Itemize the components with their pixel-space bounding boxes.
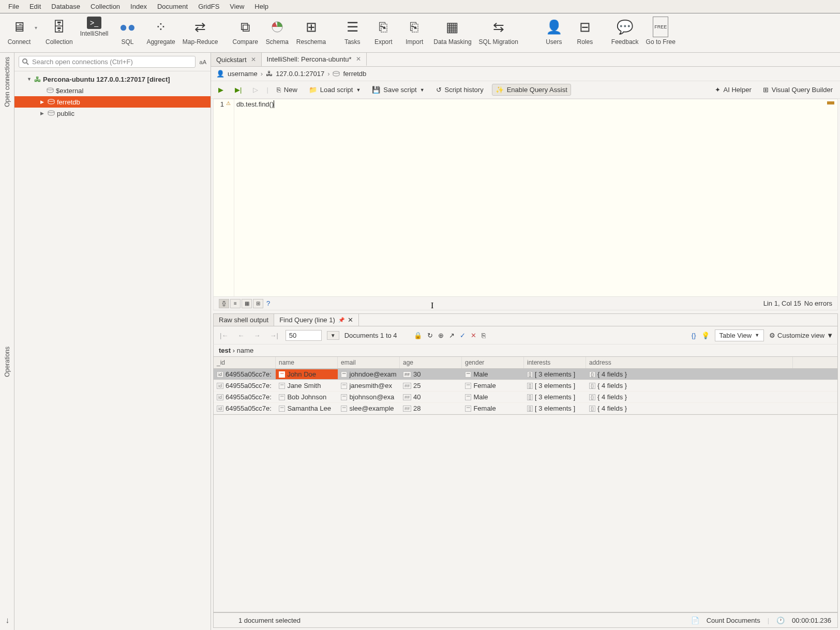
view-table-button[interactable]: ⊞ (253, 299, 263, 308)
enable-query-assist-button[interactable]: ✨Enable Query Assist (492, 84, 571, 96)
crumb-host[interactable]: 127.0.0.1:27017 (276, 70, 324, 78)
cell-email[interactable]: ""janesmith@ex (338, 381, 400, 391)
lock-icon[interactable]: 🔒 (414, 332, 422, 339)
close-icon[interactable]: ✕ (251, 56, 256, 63)
cell-gender[interactable]: ""Female (462, 403, 524, 413)
tool-mapreduce[interactable]: ⇄Map-Reduce (179, 16, 221, 47)
cell-age[interactable]: ##30 (400, 369, 462, 379)
cell-address[interactable]: {}{ 4 fields } (586, 392, 793, 402)
menu-document[interactable]: Document (152, 1, 193, 12)
customize-view-button[interactable]: ⚙ Customize view ▼ (769, 332, 833, 339)
help-icon[interactable]: ? (266, 299, 270, 307)
col-interests[interactable]: interests (524, 357, 586, 368)
menu-edit[interactable]: Edit (24, 1, 46, 12)
count-documents-button[interactable]: Count Documents (707, 617, 760, 624)
visual-query-builder-button[interactable]: ⊞Visual Query Builder (760, 84, 836, 95)
menu-index[interactable]: Index (125, 1, 152, 12)
crumb-db[interactable]: ferretdb (343, 70, 366, 78)
stop-button[interactable]: ▷ (250, 84, 261, 95)
tree-db-ferretdb[interactable]: ▶ ferretdb (14, 96, 211, 108)
cell-age[interactable]: ##25 (400, 381, 462, 391)
table-row[interactable]: id64955a05cc7e: ""John Doe ""johndoe@exa… (214, 369, 837, 380)
cell-interests[interactable]: [][ 3 elements ] (524, 369, 586, 379)
close-icon[interactable]: ✕ (356, 55, 361, 63)
page-next-button[interactable]: → (251, 332, 262, 339)
cell-age[interactable]: ##28 (400, 403, 462, 413)
cell-name[interactable]: ""Samantha Lee (276, 403, 338, 413)
tool-connect[interactable]: 🖥Connect (4, 16, 34, 47)
new-button[interactable]: ⎘New (274, 84, 301, 95)
close-icon[interactable]: ✕ (348, 316, 353, 324)
rail-open-connections[interactable]: Open connections (4, 57, 11, 107)
col-email[interactable]: email (338, 357, 400, 368)
tool-reschema[interactable]: ⊞Reschema (293, 16, 329, 47)
cell-id[interactable]: id64955a05cc7e: (214, 403, 276, 413)
delete-icon[interactable]: ✕ (471, 332, 476, 339)
pin-icon[interactable]: 📌 (338, 317, 344, 323)
view-json-button[interactable]: {} (219, 299, 229, 308)
page-size-input[interactable] (286, 330, 322, 341)
cell-email[interactable]: ""johndoe@exam (338, 369, 400, 379)
cell-email[interactable]: ""slee@example (338, 403, 400, 413)
view-grid-button[interactable]: ▦ (242, 299, 252, 308)
tool-roles[interactable]: ⊟Roles (570, 16, 600, 47)
tool-sqlmigration[interactable]: ⇆SQL Migration (476, 16, 521, 47)
tool-compare[interactable]: ⧉Compare (230, 16, 261, 47)
cell-age[interactable]: ##40 (400, 392, 462, 402)
menu-view[interactable]: View (224, 1, 249, 12)
check-icon[interactable]: ✓ (460, 332, 466, 339)
tree-db-public[interactable]: ▶ public (14, 108, 211, 119)
cell-address[interactable]: {}{ 4 fields } (586, 403, 793, 413)
cell-gender[interactable]: ""Male (462, 369, 524, 379)
tree-connection-root[interactable]: ▼ 🖧 Percona-ubuntu 127.0.0.1:27017 [dire… (14, 73, 211, 85)
run-all-button[interactable]: ▶| (232, 84, 245, 95)
cell-gender[interactable]: ""Female (462, 381, 524, 391)
tool-tasks[interactable]: ☰Tasks (337, 16, 367, 47)
col-id[interactable]: _id (214, 357, 276, 368)
col-age[interactable]: age (400, 357, 462, 368)
col-name[interactable]: name (276, 357, 338, 368)
code-editor[interactable]: 1⚠ db.test.find() I (213, 99, 838, 297)
tree-db-external[interactable]: $external (14, 85, 211, 96)
tool-intellishell[interactable]: >_IntelliShell (77, 16, 112, 38)
crumb-field[interactable]: name (237, 347, 254, 354)
view-mode-dropdown[interactable]: Table View ▼ (715, 329, 764, 341)
page-prev-button[interactable]: ← (235, 332, 246, 339)
tab-quickstart[interactable]: Quickstart ✕ (211, 53, 262, 66)
table-row[interactable]: id64955a05cc7e: ""Bob Johnson ""bjohnson… (214, 392, 837, 403)
save-script-button[interactable]: 💾Save script▼ (369, 84, 427, 95)
rail-operations[interactable]: Operations (4, 347, 11, 377)
cell-gender[interactable]: ""Male (462, 392, 524, 402)
tool-sql[interactable]: ●●SQL (112, 16, 142, 47)
case-toggle[interactable]: aA (200, 59, 206, 65)
script-history-button[interactable]: ↺Script history (433, 84, 487, 95)
tool-feedback[interactable]: 💬Feedback (608, 16, 642, 47)
view-list-button[interactable]: ≡ (230, 299, 241, 308)
table-row[interactable]: id64955a05cc7e: ""Jane Smith ""janesmith… (214, 380, 837, 392)
copy-icon[interactable]: ⎘ (482, 332, 486, 339)
menu-collection[interactable]: Collection (85, 1, 125, 12)
json-icon[interactable]: {} (692, 332, 696, 339)
cell-id[interactable]: id64955a05cc7e: (214, 392, 276, 402)
crumb-collection[interactable]: test (219, 347, 231, 354)
tool-aggregate[interactable]: ⁘Aggregate (143, 16, 178, 47)
cell-name[interactable]: ""Jane Smith (276, 381, 338, 391)
cell-interests[interactable]: [][ 3 elements ] (524, 392, 586, 402)
cell-address[interactable]: {}{ 4 fields } (586, 369, 793, 379)
page-size-dropdown[interactable]: ▼ (327, 331, 339, 340)
search-input[interactable]: Search open connections (Ctrl+F) (19, 56, 196, 68)
menu-help[interactable]: Help (249, 1, 274, 12)
tab-intellishell[interactable]: IntelliShell: Percona-ubuntu* ✕ (262, 53, 367, 66)
cell-interests[interactable]: [][ 3 elements ] (524, 381, 586, 391)
back-arrow-icon[interactable]: ← (3, 617, 12, 625)
cell-email[interactable]: ""bjohnson@exa (338, 392, 400, 402)
refresh-icon[interactable]: ↻ (427, 332, 433, 339)
export-icon[interactable]: ↗ (449, 332, 455, 339)
tool-gotofree[interactable]: FREEGo to Free (643, 16, 679, 47)
run-button[interactable]: ▶ (215, 84, 227, 95)
menu-gridfs[interactable]: GridFS (193, 1, 224, 12)
tool-collection[interactable]: 🗄Collection (42, 16, 76, 47)
tool-schema[interactable]: Schema (262, 16, 292, 47)
cell-address[interactable]: {}{ 4 fields } (586, 381, 793, 391)
cell-id[interactable]: id64955a05cc7e: (214, 369, 276, 379)
